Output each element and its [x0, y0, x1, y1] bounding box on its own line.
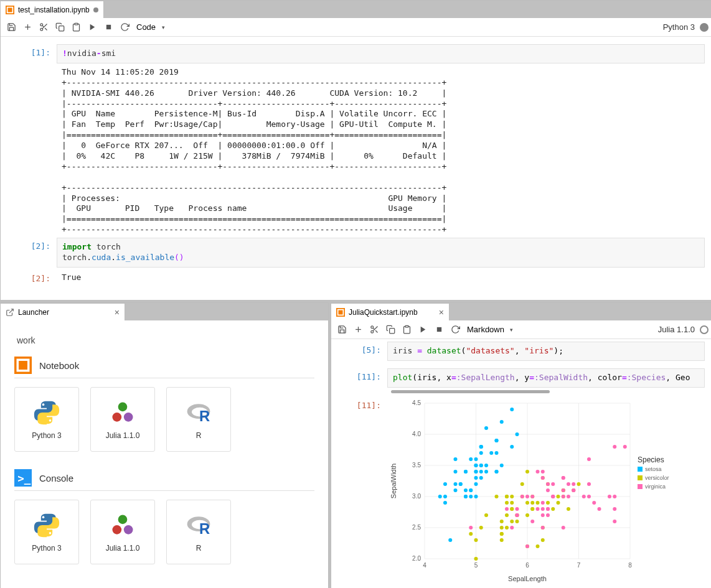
svg-rect-44 [405, 325, 408, 327]
svg-point-166 [536, 501, 540, 505]
cell-type-select[interactable]: Code [134, 21, 167, 33]
interrupt-button[interactable] [432, 323, 446, 337]
cell-output: True [57, 270, 705, 283]
svg-text:7: 7 [577, 562, 581, 569]
svg-rect-35 [339, 310, 343, 314]
svg-point-201 [546, 507, 550, 511]
unsaved-indicator-icon [93, 7, 98, 12]
svg-point-205 [541, 470, 545, 474]
svg-rect-15 [19, 361, 27, 370]
svg-point-91 [454, 457, 458, 461]
svg-point-114 [464, 495, 468, 498]
save-button[interactable] [335, 323, 349, 337]
svg-point-122 [500, 538, 504, 542]
svg-point-180 [546, 513, 550, 517]
svg-point-164 [510, 495, 514, 498]
svg-point-143 [546, 501, 550, 505]
svg-point-139 [520, 482, 524, 486]
svg-point-73 [474, 457, 478, 461]
card-label: Python 3 [32, 431, 61, 440]
paste-button[interactable] [69, 21, 83, 34]
svg-point-210 [572, 488, 575, 492]
save-button[interactable] [4, 21, 18, 34]
kernel-name[interactable]: Julia 1.1.0 [658, 325, 695, 334]
svg-text:>_: >_ [17, 472, 31, 485]
copy-button[interactable] [384, 323, 397, 337]
launcher-card-python[interactable]: Python 3 [14, 387, 79, 452]
svg-point-198 [587, 495, 591, 498]
cut-button[interactable] [367, 323, 381, 337]
svg-point-163 [505, 513, 509, 517]
svg-point-202 [541, 507, 545, 511]
code-cell[interactable]: iris = dataset("datasets", "iris"); [387, 342, 705, 361]
input-prompt: [1]: [1, 44, 57, 235]
svg-point-118 [474, 476, 478, 480]
launcher-card-r[interactable]: RR [166, 500, 231, 564]
svg-point-119 [577, 482, 581, 486]
code-cell[interactable]: import torch torch.cuda.is_available() [57, 238, 705, 268]
svg-point-27 [49, 532, 52, 534]
r-icon: R [185, 511, 212, 539]
svg-text:2.5: 2.5 [412, 524, 421, 531]
run-button[interactable] [85, 21, 99, 34]
svg-point-98 [459, 482, 463, 486]
svg-point-115 [479, 445, 483, 449]
svg-text:R: R [199, 520, 210, 537]
svg-point-97 [484, 470, 488, 474]
svg-point-103 [469, 488, 473, 492]
svg-marker-11 [90, 24, 95, 30]
restart-button[interactable] [448, 323, 462, 337]
launcher-card-python[interactable]: Python 3 [14, 500, 79, 564]
svg-point-142 [530, 507, 534, 511]
launcher-card-r[interactable]: RR [166, 387, 231, 452]
tab-test-installation[interactable]: test_installation.ipynb [1, 1, 104, 18]
insert-cell-button[interactable] [21, 21, 34, 34]
svg-point-128 [484, 513, 488, 517]
kernel-name[interactable]: Python 3 [663, 22, 695, 32]
svg-point-102 [500, 420, 504, 424]
svg-point-106 [469, 457, 473, 461]
cut-button[interactable] [37, 21, 50, 34]
close-icon[interactable]: × [115, 307, 120, 317]
cell-type-select[interactable]: Markdown [464, 324, 516, 335]
svg-point-77 [443, 501, 447, 505]
svg-point-209 [562, 488, 565, 492]
restart-button[interactable] [118, 21, 131, 34]
svg-point-16 [42, 403, 45, 406]
tab-julia-quickstart[interactable]: JuliaQuickstart.ipynb × [331, 303, 450, 320]
run-button[interactable] [416, 323, 430, 337]
svg-point-192 [541, 513, 545, 517]
svg-point-190 [505, 507, 509, 511]
interrupt-button[interactable] [101, 21, 115, 34]
horizontal-scrollbar[interactable] [391, 390, 550, 393]
launcher-card-julia[interactable]: Julia 1.1.0 [90, 500, 155, 564]
svg-point-215 [541, 526, 545, 530]
scatter-plot: 456782.02.53.03.54.04.5SepalLengthSepalW… [387, 397, 705, 584]
copy-button[interactable] [53, 21, 67, 34]
close-icon[interactable]: × [439, 307, 444, 317]
tab-launcher[interactable]: Launcher × [1, 303, 125, 320]
insert-cell-button[interactable] [351, 323, 365, 337]
svg-point-176 [592, 501, 596, 505]
kernel-status-icon [700, 23, 709, 32]
svg-point-203 [530, 520, 534, 523]
svg-point-171 [582, 495, 586, 498]
code-cell[interactable]: !nvidia-smi [57, 44, 705, 63]
svg-rect-10 [75, 23, 78, 25]
output-prompt: [11]: [331, 397, 387, 584]
svg-point-100 [495, 470, 499, 474]
svg-point-195 [536, 507, 540, 511]
svg-point-217 [536, 470, 540, 474]
svg-point-93 [464, 470, 468, 474]
svg-point-82 [438, 495, 442, 498]
svg-point-96 [484, 464, 488, 467]
svg-point-218 [520, 495, 524, 498]
paste-button[interactable] [400, 323, 413, 337]
launcher-card-julia[interactable]: Julia 1.1.0 [90, 387, 155, 452]
code-cell[interactable]: plot(iris, x=:SepalLength, y=:SepalWidth… [387, 368, 705, 388]
svg-point-161 [516, 520, 519, 523]
r-icon: R [185, 399, 212, 426]
svg-point-87 [510, 445, 514, 449]
svg-point-17 [49, 419, 52, 422]
svg-point-99 [464, 488, 468, 492]
